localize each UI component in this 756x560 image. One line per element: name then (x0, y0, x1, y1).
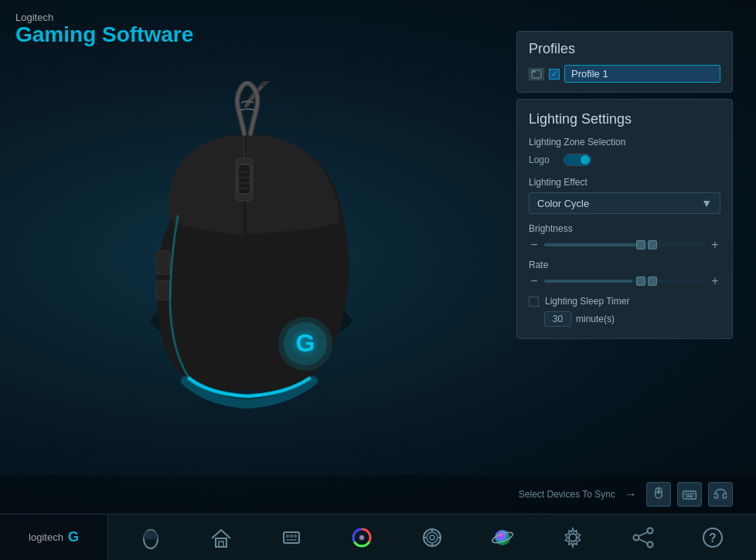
rate-slider-track[interactable] (544, 280, 705, 283)
taskbar-item-settings[interactable] (553, 518, 592, 557)
svg-rect-17 (683, 491, 696, 499)
svg-point-16 (657, 490, 659, 493)
svg-rect-30 (290, 535, 293, 538)
sync-mouse-icon[interactable] (646, 482, 671, 507)
sync-keyboard-icon[interactable] (677, 482, 702, 507)
svg-point-47 (633, 535, 639, 540)
mouse-illustration: G (31, 46, 464, 471)
profile-checkbox[interactable] (549, 69, 560, 80)
taskbar-item-rgb[interactable] (342, 518, 381, 557)
svg-rect-2 (238, 165, 250, 194)
lighting-effect-dropdown[interactable]: Color Cycle ▼ (529, 192, 720, 214)
svg-point-35 (359, 535, 364, 540)
brightness-increase-button[interactable]: + (710, 238, 720, 252)
taskbar-logo: logitech G (0, 514, 108, 560)
svg-point-38 (430, 535, 434, 540)
sync-arrow-icon: → (625, 487, 637, 501)
app-title: Gaming Software (15, 23, 193, 47)
taskbar: logitech G (0, 514, 756, 560)
svg-rect-8 (156, 280, 170, 300)
taskbar-item-keyboard[interactable] (272, 518, 311, 557)
sleep-timer-label: Lighting Sleep Timer (545, 296, 629, 307)
sleep-minutes-value[interactable]: 30 (544, 311, 571, 327)
sleep-timer-checkbox[interactable] (529, 297, 539, 307)
rate-increase-button[interactable]: + (710, 274, 720, 288)
svg-point-45 (569, 534, 577, 541)
taskbar-item-spectrum[interactable] (483, 518, 522, 557)
profile-name[interactable]: Profile 1 (564, 65, 720, 83)
brightness-slider-row: − + (529, 238, 720, 252)
profiles-box: Profiles Profile 1 (516, 31, 733, 93)
taskbar-item-mouse[interactable] (131, 518, 170, 557)
brightness-section: Brightness − + (529, 223, 720, 252)
svg-point-46 (647, 528, 652, 533)
sync-headset-icon[interactable] (708, 482, 733, 507)
rate-slider-row: − + (529, 274, 720, 288)
toggle-knob (581, 155, 590, 165)
profile-row: Profile 1 (529, 65, 720, 83)
svg-rect-31 (294, 535, 297, 538)
brightness-label: Brightness (529, 223, 720, 234)
zone-logo-label: Logo (529, 154, 556, 165)
taskbar-logo-text: logitech (29, 531, 63, 543)
zone-row: Logo (529, 154, 720, 166)
sleep-unit-label: minute(s) (576, 314, 615, 324)
svg-rect-32 (286, 539, 297, 541)
rate-slider-fill (544, 280, 632, 283)
chevron-down-icon: ▼ (701, 197, 712, 209)
rate-slider-thumb2[interactable] (648, 277, 657, 286)
profile-file-icon (529, 68, 544, 80)
lighting-title: Lighting Settings (529, 111, 720, 127)
svg-rect-27 (219, 541, 223, 547)
taskbar-logo-g: G (68, 529, 79, 545)
svg-line-49 (639, 532, 647, 536)
zone-section-label: Lighting Zone Selection (529, 137, 720, 148)
svg-rect-7 (156, 251, 170, 274)
dropdown-selected-value: Color Cycle (537, 198, 589, 209)
sync-bar: Select Devices To Sync → (0, 475, 756, 514)
taskbar-item-dpi[interactable] (413, 518, 451, 557)
brightness-slider-thumb2[interactable] (648, 240, 657, 249)
effect-section: Lighting Effect Color Cycle ▼ (529, 177, 720, 214)
svg-text:G: G (296, 329, 315, 357)
rate-slider-thumb[interactable] (636, 277, 645, 286)
taskbar-item-help[interactable]: ? (693, 518, 732, 557)
svg-rect-13 (532, 70, 536, 73)
svg-text:?: ? (710, 531, 717, 545)
app-header: Logitech Gaming Software (15, 12, 193, 47)
rate-section: Rate − + (529, 260, 720, 288)
lighting-settings-box: Lighting Settings Lighting Zone Selectio… (516, 99, 733, 339)
sync-device-icons (646, 482, 733, 507)
svg-point-48 (647, 541, 652, 547)
svg-rect-29 (286, 535, 289, 538)
svg-rect-26 (216, 538, 226, 547)
company-name: Logitech (15, 12, 193, 23)
effect-label: Lighting Effect (529, 177, 720, 188)
taskbar-items: ? (108, 518, 756, 557)
profiles-title: Profiles (529, 41, 720, 57)
sync-label: Select Devices To Sync (519, 489, 615, 500)
svg-line-50 (639, 539, 647, 543)
brightness-slider-track[interactable] (544, 243, 705, 246)
taskbar-item-share[interactable] (624, 518, 662, 557)
brightness-slider-thumb[interactable] (636, 240, 645, 249)
brightness-decrease-button[interactable]: − (529, 238, 540, 252)
right-panel: Profiles Profile 1 Lighting Settings Lig… (516, 31, 733, 339)
rate-label: Rate (529, 260, 720, 270)
svg-point-37 (427, 532, 438, 543)
rate-decrease-button[interactable]: − (529, 274, 540, 288)
logo-toggle[interactable] (564, 154, 591, 166)
brightness-slider-fill (544, 243, 641, 246)
taskbar-item-home[interactable] (202, 518, 240, 557)
sleep-timer-row: Lighting Sleep Timer (529, 296, 720, 307)
